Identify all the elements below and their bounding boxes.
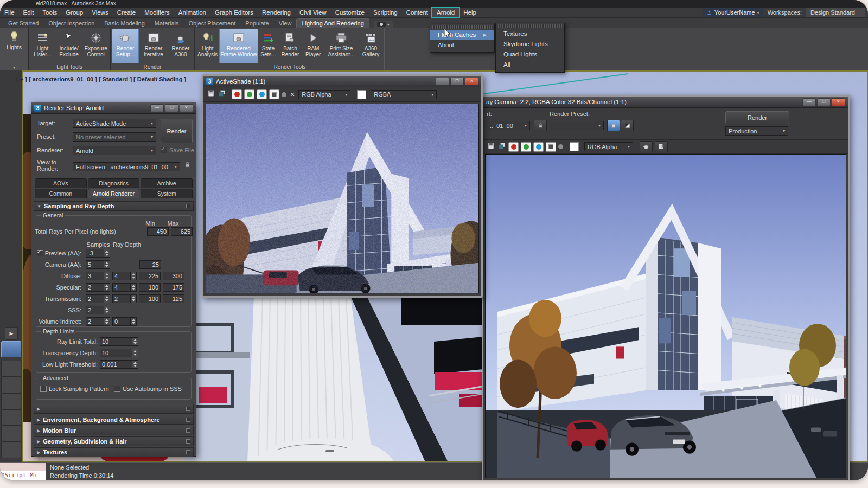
activeshade-rendered-image[interactable] <box>206 104 479 293</box>
tab-populate[interactable]: Populate <box>240 19 273 28</box>
dock-button[interactable] <box>1 377 21 393</box>
tab-object-inspection[interactable]: Object Inspection <box>43 19 99 28</box>
view-to-render-select[interactable]: Full screen - archexteriors9_01_00▾ <box>73 162 180 171</box>
clone-window-button[interactable] <box>497 142 506 152</box>
dock-button[interactable] <box>1 426 21 442</box>
rfw-mode-select[interactable]: Production▾ <box>725 126 788 136</box>
render-iterative-button[interactable]: Render Iterative <box>139 29 168 63</box>
tab-view[interactable]: View <box>274 19 297 28</box>
specular-max[interactable]: 175 <box>163 283 184 292</box>
submenu-item-skydome-lights[interactable]: Skydome Lights <box>496 39 564 49</box>
close-button[interactable]: × <box>180 104 193 112</box>
menu-edit[interactable]: Edit <box>19 8 39 17</box>
menu-help[interactable]: Help <box>459 8 481 17</box>
menu-tearoff-gripper[interactable] <box>432 25 492 29</box>
submenu-item-quad-lights[interactable]: Quad Lights <box>496 49 564 60</box>
tab-common[interactable]: Common <box>35 189 87 198</box>
ray-limit-spinner[interactable]: 10 <box>100 337 138 346</box>
preview-aa-spinner[interactable]: -3 <box>86 249 110 258</box>
rfw-channel-select[interactable]: RGB Alpha▾ <box>584 142 633 151</box>
menu-views[interactable]: Views <box>87 8 112 17</box>
blue-channel-toggle[interactable] <box>533 142 544 152</box>
specular-min[interactable]: 100 <box>139 283 161 292</box>
transmission-samples-spinner[interactable]: 2 <box>86 294 110 303</box>
diffuse-min[interactable]: 225 <box>139 272 161 280</box>
transmission-max[interactable]: 125 <box>163 294 184 303</box>
transmission-min[interactable]: 100 <box>139 294 161 303</box>
preview-aa-checkbox[interactable] <box>37 250 43 256</box>
render-setup-render-button[interactable]: Render <box>161 119 193 143</box>
menu-customize[interactable]: Customize <box>331 8 369 17</box>
volume-depth-spinner[interactable]: 0 <box>112 317 137 326</box>
batch-render-button[interactable]: Batch Render <box>278 29 302 63</box>
print-size-assistant-button[interactable]: Print Size Assistant... <box>324 29 358 63</box>
menu-group[interactable]: Group <box>61 8 87 17</box>
volume-samples-spinner[interactable]: 2 <box>86 317 110 326</box>
specular-depth-spinner[interactable]: 4 <box>112 283 137 292</box>
lock-sampling-pattern-row[interactable]: Lock Sampling Pattern <box>40 386 109 392</box>
maximize-button[interactable]: □ <box>165 104 178 112</box>
camera-aa-spinner[interactable]: 5 <box>86 260 110 269</box>
rfw-lock-viewport-button[interactable] <box>534 120 547 131</box>
save-image-button[interactable] <box>207 89 215 100</box>
rollout-motion-blur[interactable]: ▶ Motion Blur <box>34 426 194 435</box>
red-channel-toggle[interactable] <box>232 89 242 99</box>
blue-channel-toggle[interactable] <box>257 89 267 99</box>
tab-diagnostics[interactable]: Diagnostics <box>88 178 140 188</box>
red-channel-toggle[interactable] <box>508 142 519 152</box>
activeshade-title-bar[interactable]: 3 ActiveShade (1:1) — □ × <box>203 76 481 87</box>
menu-graph-editors[interactable]: Graph Editors <box>210 8 258 17</box>
rollout-environment[interactable]: ▶ Environment, Background & Atmosphere <box>34 415 194 425</box>
rfw-preset-select[interactable]: ▾ <box>550 121 604 130</box>
monochrome-toggle[interactable] <box>558 144 563 149</box>
tab-lighting-and-rendering[interactable]: Lighting And Rendering <box>296 18 369 28</box>
save-image-button[interactable] <box>487 142 495 152</box>
tab-arnold-renderer[interactable]: Arnold Renderer <box>88 189 140 198</box>
dock-button-selected[interactable] <box>1 341 21 357</box>
sss-samples-spinner[interactable]: 2 <box>86 306 110 314</box>
tab-aovs[interactable]: AOVs <box>35 178 87 188</box>
green-channel-toggle[interactable] <box>521 142 531 152</box>
exposure-control-button[interactable]: Exposure Control <box>82 29 109 63</box>
state-sets-button[interactable]: State Sets... <box>258 29 279 63</box>
total-rays-max[interactable]: 625 <box>171 227 193 236</box>
render-a360-button[interactable]: Render A360 <box>168 29 193 63</box>
green-channel-toggle[interactable] <box>244 89 254 99</box>
activeshade-format-select[interactable]: RGBA▾ <box>371 90 437 99</box>
rfw-save-rendered-frame-button[interactable] <box>655 141 668 152</box>
rollout-textures[interactable]: ▶ Textures <box>34 447 194 457</box>
submenu-item-textures[interactable]: Textures <box>496 29 564 39</box>
dock-expand-button[interactable]: ▶ <box>5 327 18 340</box>
background-color-swatch[interactable] <box>357 90 366 99</box>
menu-modifiers[interactable]: Modifiers <box>140 8 174 17</box>
rfw-title-bar[interactable]: ay Gamma: 2.2, RGBA Color 32 Bits/Channe… <box>483 97 848 108</box>
workspace-selector[interactable]: Design Standard <box>806 8 865 17</box>
menu-civil-view[interactable]: Civil View <box>295 8 331 17</box>
rollout-unnamed[interactable]: ▶ <box>34 404 194 414</box>
alpha-channel-toggle[interactable] <box>269 89 279 99</box>
use-autobump-sss-row[interactable]: Use Autobump in SSS <box>114 386 182 392</box>
lock-sampling-pattern-checkbox[interactable] <box>40 386 47 392</box>
include-exclude-button[interactable]: Include/ Exclude <box>55 29 83 63</box>
transparency-depth-spinner[interactable]: 10 <box>100 349 138 357</box>
diffuse-samples-spinner[interactable]: 3 <box>86 272 110 280</box>
lights-panel-button[interactable]: Lights ▾ <box>0 28 29 70</box>
dock-button[interactable] <box>1 393 21 409</box>
render-setup-title-bar[interactable]: 3 Render Setup: Arnold — □ × <box>31 102 196 114</box>
rendered-frame-window-button[interactable]: Rendered Frame Window <box>219 29 258 63</box>
alpha-channel-toggle[interactable] <box>546 142 556 152</box>
tab-get-started[interactable]: Get Started <box>3 19 43 28</box>
rollout-sampling-ray-depth[interactable]: ▼ Sampling and Ray Depth <box>34 201 194 211</box>
specular-samples-spinner[interactable]: 2 <box>86 283 110 292</box>
clear-button[interactable]: × <box>289 91 296 98</box>
ribbon-overflow-button[interactable]: ▾ <box>374 21 393 28</box>
clone-window-button[interactable] <box>218 89 226 100</box>
save-file-browse-button[interactable]: ... <box>183 147 188 153</box>
save-file-checkbox-row[interactable]: Save File <box>161 147 194 153</box>
preset-select[interactable]: No preset selected▾ <box>73 132 156 142</box>
low-light-threshold-spinner[interactable]: 0.001 <box>100 360 138 369</box>
tab-object-placement[interactable]: Object Placement <box>183 19 240 28</box>
user-account-button[interactable]: YourUserName ▾ <box>703 8 763 17</box>
light-lister-button[interactable]: Light Lister... <box>30 29 55 63</box>
renderer-select[interactable]: Arnold▾ <box>73 146 156 155</box>
